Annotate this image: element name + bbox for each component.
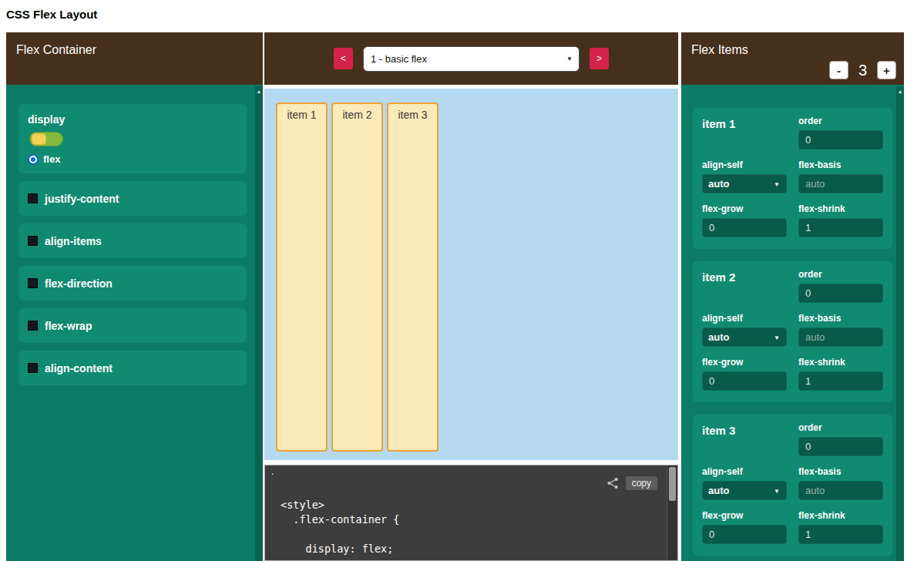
flex-shrink-label: flex-shrink <box>798 357 883 368</box>
code-scrollbar[interactable] <box>667 465 677 560</box>
flex-preview-area: item 1 item 2 item 3 <box>264 89 678 460</box>
flex-wrap-label: flex-wrap <box>45 320 92 332</box>
example-select-wrap: 1 - basic flex ▼ <box>363 46 580 72</box>
item-count-controls: - 3 + <box>829 61 896 79</box>
share-icon[interactable] <box>606 477 619 489</box>
item-1-align-self-field: align-self auto ▼ <box>702 160 787 193</box>
flex-basis-input[interactable] <box>798 328 883 347</box>
item-2-flex-basis-field: flex-basis <box>798 313 883 347</box>
next-example-button[interactable]: > <box>590 48 609 69</box>
copy-button[interactable]: copy <box>626 476 657 490</box>
display-toggle-switch[interactable] <box>29 132 63 146</box>
preview-item-2: item 2 <box>331 102 383 452</box>
justify-content-row: justify-content <box>18 181 247 216</box>
flex-grow-label: flex-grow <box>702 510 787 521</box>
scroll-up-icon[interactable]: ▲ <box>896 86 904 94</box>
radio-dot <box>31 157 35 162</box>
flex-shrink-input[interactable] <box>798 525 883 544</box>
align-self-select[interactable]: auto <box>702 328 787 347</box>
flex-container-panel: Flex Container display flex justify-cont… <box>6 32 263 561</box>
flex-container-header: Flex Container <box>6 32 263 85</box>
order-input[interactable] <box>798 130 883 149</box>
item-3-align-self-field: align-self auto ▼ <box>702 466 787 500</box>
item-3-flex-grow-field: flex-grow <box>702 510 787 544</box>
align-items-label: align-items <box>45 235 102 247</box>
code-scrollbar-thumb[interactable] <box>669 467 676 501</box>
item-3-flex-basis-field: flex-basis <box>798 466 883 500</box>
flex-shrink-input[interactable] <box>798 371 883 391</box>
display-flex-radio-row: flex <box>28 153 237 165</box>
add-item-button[interactable]: + <box>877 61 896 79</box>
display-label: display <box>28 113 237 126</box>
align-content-label: align-content <box>45 362 113 375</box>
align-self-label: align-self <box>702 313 787 324</box>
left-panel-scrollbar[interactable]: ▲ <box>255 86 263 561</box>
item-2-align-self-field: align-self auto ▼ <box>702 313 787 347</box>
order-input[interactable] <box>798 284 883 303</box>
flex-basis-label: flex-basis <box>798 160 883 170</box>
flex-wrap-row: flex-wrap <box>18 308 247 343</box>
order-label: order <box>798 116 883 126</box>
flex-direction-label: flex-direction <box>45 277 113 290</box>
example-selector-bar: < 1 - basic flex ▼ > <box>264 32 678 85</box>
flex-shrink-label: flex-shrink <box>798 510 883 521</box>
container-controls: display flex justify-content align-items <box>6 85 263 385</box>
flex-radio-label: flex <box>43 153 60 165</box>
item-3-name: item 3 <box>702 422 787 456</box>
flex-basis-input[interactable] <box>798 481 883 500</box>
align-items-checkbox[interactable] <box>28 236 38 246</box>
flex-container-title: Flex Container <box>16 43 96 57</box>
flex-items-header: Flex Items - 3 + <box>681 32 904 85</box>
code-content: <style> .flex-container { display: flex; <box>281 498 399 556</box>
flex-wrap-checkbox[interactable] <box>28 321 38 331</box>
flex-grow-input[interactable] <box>702 218 787 237</box>
item-1-flex-basis-field: flex-basis <box>798 160 883 193</box>
flex-grow-input[interactable] <box>702 525 787 544</box>
align-self-select[interactable]: auto <box>702 481 787 500</box>
item-2-card: item 2 order align-self auto ▼ flex-basi <box>693 261 892 402</box>
prev-example-button[interactable]: < <box>334 48 353 69</box>
flex-radio[interactable] <box>28 154 39 165</box>
order-input[interactable] <box>798 437 883 456</box>
flex-basis-input[interactable] <box>798 174 883 193</box>
item-1-card: item 1 order align-self auto ▼ flex-basi <box>693 108 892 249</box>
flex-grow-input[interactable] <box>702 371 787 391</box>
scroll-up-icon[interactable]: ▲ <box>255 86 263 94</box>
code-line: .flex-container { <box>281 512 399 527</box>
flex-basis-label: flex-basis <box>798 313 883 324</box>
flex-direction-checkbox[interactable] <box>28 278 38 288</box>
justify-content-checkbox[interactable] <box>28 193 38 203</box>
item-count: 3 <box>858 62 867 79</box>
flex-items-title: Flex Items <box>691 43 748 57</box>
item-3-flex-shrink-field: flex-shrink <box>798 510 883 544</box>
page-title: CSS Flex Layout <box>6 8 97 21</box>
item-3-card: item 3 order align-self auto ▼ flex-basi <box>693 415 892 556</box>
code-toolbar: copy <box>606 476 657 490</box>
flex-items-body: item 1 order align-self auto ▼ flex-basi <box>681 85 904 561</box>
align-items-row: align-items <box>18 223 247 258</box>
align-self-select-wrap: auto ▼ <box>702 481 787 500</box>
item-2-flex-grow-field: flex-grow <box>702 357 787 391</box>
align-self-label: align-self <box>702 466 787 477</box>
flex-grow-label: flex-grow <box>702 203 787 214</box>
align-self-label: align-self <box>702 160 787 170</box>
align-content-checkbox[interactable] <box>28 363 38 373</box>
item-3-order-field: order <box>798 422 883 456</box>
align-self-select[interactable]: auto <box>702 174 787 193</box>
code-line <box>281 527 399 542</box>
remove-item-button[interactable]: - <box>829 61 848 79</box>
order-label: order <box>798 422 883 433</box>
align-self-select-wrap: auto ▼ <box>702 328 787 347</box>
code-panel: . copy <style> .flex-container { display… <box>264 465 678 561</box>
align-self-select-wrap: auto ▼ <box>702 174 787 193</box>
flex-shrink-input[interactable] <box>798 218 883 237</box>
flex-basis-label: flex-basis <box>798 466 883 477</box>
right-panel-scrollbar[interactable]: ▲ <box>896 86 904 561</box>
item-cards: item 1 order align-self auto ▼ flex-basi <box>681 85 904 556</box>
flex-direction-row: flex-direction <box>18 266 247 301</box>
justify-content-label: justify-content <box>45 193 119 205</box>
flex-grow-label: flex-grow <box>702 357 787 368</box>
item-1-order-field: order <box>798 116 883 149</box>
example-select[interactable]: 1 - basic flex <box>363 46 580 72</box>
preview-item-1: item 1 <box>276 102 328 452</box>
